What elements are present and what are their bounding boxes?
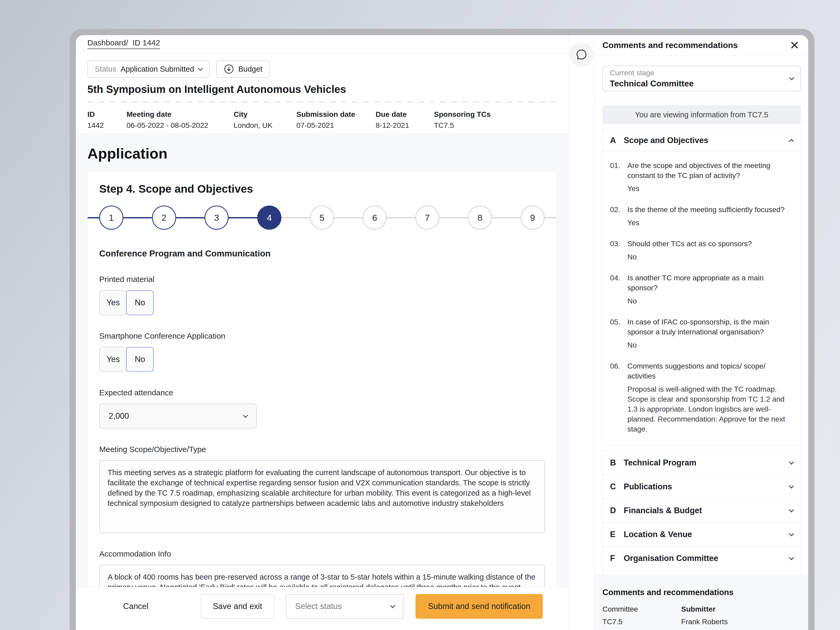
page-title: 5th Symposium on Intelligent Autonomous … <box>87 84 556 95</box>
section-title: Publications <box>624 482 789 491</box>
current-stage-value: Technical Committee <box>610 79 693 88</box>
step-5[interactable]: 5 <box>310 205 334 230</box>
committee-column-header: Committee <box>602 605 681 613</box>
select-status-dropdown[interactable]: Select status <box>286 594 404 619</box>
step-card: Step 4. Scope and Objectives 1 2 3 4 5 6… <box>87 171 556 587</box>
section-letter: C <box>610 482 624 491</box>
printed-material-label: Printed material <box>99 275 545 284</box>
summary-committee-column: Committee TC7.5 <box>602 605 681 626</box>
comments-summary-section: Comments and recommendations Committee T… <box>595 575 808 630</box>
meta-sponsoring-tcs: Sponsoring TCs TC7.5 <box>434 110 556 129</box>
section-g-timeline-milestones[interactable]: G Timeline & Milestones <box>602 570 801 575</box>
meta-value: 06-05-2022 - 08-05-2022 <box>126 121 234 129</box>
meta-due-date: Due date 8-12-2021 <box>376 110 434 129</box>
section-c-publications[interactable]: C Publications <box>602 475 801 499</box>
meta-value: TC7.5 <box>434 121 556 129</box>
question-item: 03. Should other TCs act as co sponsors?… <box>610 239 793 262</box>
meeting-scope-textarea[interactable]: This meeting serves as a strategic platf… <box>99 460 545 533</box>
window-content: Dashboard/ ID 1442 Status Application Su… <box>76 35 808 630</box>
meta-label: Submission date <box>296 110 376 118</box>
chevron-down-icon <box>789 483 794 488</box>
summary-submitter-column: Submitter Frank Roberts <box>681 605 728 626</box>
question-answer: Proposal is well-aligned with the TC roa… <box>627 384 793 434</box>
section-d-financials-budget[interactable]: D Financials & Budget <box>602 499 801 523</box>
section-e-location-venue[interactable]: E Location & Venue <box>602 523 801 546</box>
status-row: Status Application Submitted Budget <box>87 60 556 78</box>
budget-button[interactable]: Budget <box>216 60 270 78</box>
step-1[interactable]: 1 <box>99 205 123 230</box>
meta-label: Meeting date <box>126 110 234 118</box>
step-8[interactable]: 8 <box>468 205 492 230</box>
comments-panel-header: Comments and recommendations ✕ <box>595 35 808 56</box>
chevron-down-icon <box>789 507 794 512</box>
chevron-down-icon <box>789 75 794 81</box>
chevron-down-icon <box>789 459 794 465</box>
chevron-down-icon <box>243 413 248 418</box>
panel-scroll-area[interactable]: You are viewing information from TC7.5 A… <box>595 100 808 575</box>
section-title: Technical Program <box>624 458 789 467</box>
app-window: Dashboard/ ID 1442 Status Application Su… <box>69 29 815 630</box>
section-title: Location & Venue <box>624 530 789 539</box>
meta-label: ID <box>87 110 126 118</box>
section-title: Financials & Budget <box>624 506 789 515</box>
question-item: 06. Comments suggestions and topics/ sco… <box>610 361 793 434</box>
question-item: 02. Is the theme of the meeting sufficie… <box>610 205 793 228</box>
breadcrumb[interactable]: Dashboard/ ID 1442 <box>87 38 160 49</box>
section-letter: D <box>610 506 624 515</box>
accommodation-textarea[interactable]: A block of 400 rooms has been pre-reserv… <box>99 565 545 587</box>
section-letter: E <box>610 530 624 539</box>
question-text: Should other TCs act as co sponsors? <box>627 239 793 249</box>
form-footer: Cancel Save and exit Select status Submi… <box>76 587 568 630</box>
section-b-technical-program[interactable]: B Technical Program <box>602 451 801 475</box>
budget-label: Budget <box>238 65 262 74</box>
cancel-button[interactable]: Cancel <box>120 594 151 619</box>
main-column: Dashboard/ ID 1442 Status Application Su… <box>76 35 568 630</box>
comments-bubble-button[interactable] <box>569 43 594 67</box>
status-value: Application Submitted <box>120 65 194 74</box>
application-body: Application Step 4. Scope and Objectives… <box>76 133 568 587</box>
meta-value: 07-05-2021 <box>296 121 376 129</box>
chevron-down-icon <box>390 603 395 608</box>
smartphone-app-toggle: Yes No <box>99 347 545 372</box>
printed-material-no-button[interactable]: No <box>126 290 154 315</box>
meta-label: City <box>234 110 296 118</box>
breadcrumb-row: Dashboard/ ID 1442 <box>76 35 568 53</box>
question-text: Is another TC more appropriate as a main… <box>627 273 793 293</box>
question-answer: No <box>627 340 793 350</box>
question-number: 02. <box>610 205 627 228</box>
question-number: 05. <box>610 317 627 350</box>
question-item: 05. In case of IFAC co-sponsorship, is t… <box>610 317 793 350</box>
expected-attendance-select[interactable]: 2,000 <box>99 403 257 429</box>
smartphone-app-no-button[interactable]: No <box>126 347 154 372</box>
step-9[interactable]: 9 <box>521 205 545 230</box>
current-stage-section: Current stage Technical Committee <box>595 56 808 100</box>
question-answer: No <box>627 252 793 262</box>
chat-bubble-icon <box>575 48 588 61</box>
status-dropdown[interactable]: Status Application Submitted <box>87 60 210 78</box>
smartphone-app-label: Smartphone Conference Application <box>99 332 545 341</box>
step-6[interactable]: 6 <box>363 205 387 230</box>
section-f-organisation-committee[interactable]: F Organisation Committee <box>602 546 801 570</box>
status-label: Status <box>95 65 116 74</box>
step-4-active[interactable]: 4 <box>257 205 281 230</box>
question-number: 01. <box>610 161 627 194</box>
close-icon[interactable]: ✕ <box>789 39 799 51</box>
stepper: 1 2 3 4 5 6 7 8 9 <box>99 205 545 230</box>
submit-button[interactable]: Submit and send notification <box>415 594 543 619</box>
dashed-divider <box>87 102 556 103</box>
step-2[interactable]: 2 <box>152 205 176 230</box>
smartphone-app-yes-button[interactable]: Yes <box>99 347 127 372</box>
question-number: 06. <box>610 361 627 434</box>
breadcrumb-root[interactable]: Dashboard/ <box>87 38 128 47</box>
meta-value: 1442 <box>87 121 126 129</box>
summary-heading: Comments and recommendations <box>602 588 801 597</box>
current-stage-select[interactable]: Current stage Technical Committee <box>602 66 801 92</box>
step-7[interactable]: 7 <box>415 205 439 230</box>
printed-material-yes-button[interactable]: Yes <box>99 290 127 315</box>
submitter-column-header: Submitter <box>681 605 728 613</box>
save-and-exit-button[interactable]: Save and exit <box>201 594 274 619</box>
meeting-scope-label: Meeting Scope/Objective/Type <box>99 445 545 454</box>
chevron-down-icon <box>198 66 203 71</box>
section-a-header[interactable]: A Scope and Objectives <box>603 129 801 152</box>
step-3[interactable]: 3 <box>204 205 229 230</box>
